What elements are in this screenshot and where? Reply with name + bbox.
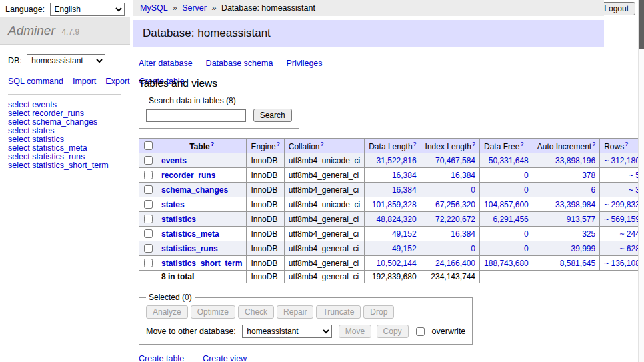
breadcrumb-link-mysql[interactable]: MySQL <box>140 3 167 13</box>
index-length-link[interactable]: 24,166,400 <box>435 259 475 268</box>
move-database-select[interactable]: homeassistant <box>242 325 332 338</box>
data-length-link[interactable]: 16,384 <box>392 185 417 195</box>
data-length-link[interactable]: 31,522,816 <box>377 156 417 165</box>
rows-link[interactable]: ~ 299,833 <box>604 200 640 209</box>
column-help-link[interactable]: ? <box>413 141 417 147</box>
index-length-link[interactable]: 16,384 <box>451 171 475 180</box>
data-length-link[interactable]: 49,152 <box>392 229 417 239</box>
rows-link[interactable]: ~ 312,180 <box>604 156 640 165</box>
adminer-logo[interactable]: Adminer <box>8 23 55 37</box>
copy-button[interactable]: Copy <box>377 325 409 338</box>
overwrite-label[interactable]: overwrite <box>432 327 466 336</box>
breadcrumb-link-server[interactable]: Server <box>182 3 207 13</box>
table-link[interactable]: statistics_meta <box>161 229 219 239</box>
data-length-cell: 101,859,328 <box>365 197 421 212</box>
engine-cell: InnoDB <box>247 256 284 271</box>
auto-increment-link[interactable]: 913,577 <box>567 215 595 224</box>
data-free-link[interactable]: 188,743,680 <box>484 259 529 268</box>
table-link[interactable]: statistics_short_term <box>161 259 242 268</box>
move-button[interactable]: Move <box>339 325 371 338</box>
index-length-link[interactable]: 0 <box>471 244 475 253</box>
table-link[interactable]: states <box>161 200 185 209</box>
data-length-link[interactable]: 101,859,328 <box>372 200 417 209</box>
data-length-link[interactable]: 10,502,144 <box>377 259 417 268</box>
rows-link[interactable]: ~ 244 <box>620 229 640 239</box>
scrollbar-thumb[interactable] <box>639 0 644 49</box>
auto-increment-link[interactable]: 6 <box>591 185 595 195</box>
data-free-link[interactable]: 104,857,600 <box>484 200 529 209</box>
column-help-link[interactable]: ? <box>472 141 475 147</box>
data-free-cell: 0 <box>480 227 533 241</box>
data-length-link[interactable]: 49,152 <box>392 244 417 253</box>
column-help-link[interactable]: ? <box>211 141 215 147</box>
auto-increment-link[interactable]: 8,581,645 <box>560 259 595 268</box>
rows-link[interactable]: ~ 136,108 <box>604 259 640 268</box>
search-input[interactable] <box>146 109 246 122</box>
sidebar-action-link[interactable]: Import <box>73 77 96 86</box>
selected-action-button[interactable]: Repair <box>277 305 313 319</box>
create-link[interactable]: Create table <box>139 354 184 362</box>
create-link[interactable]: Create view <box>203 354 247 362</box>
index-length-link[interactable]: 16,384 <box>451 229 475 239</box>
database-nav-link[interactable]: Privileges <box>286 59 322 68</box>
index-length-cell: 0 <box>421 183 479 197</box>
row-checkbox[interactable] <box>144 259 153 267</box>
rows-link[interactable]: ~ 569,159 <box>604 215 640 224</box>
db-select[interactable]: homeassistant <box>27 54 105 67</box>
language-select[interactable]: English <box>50 3 125 16</box>
index-length-link[interactable]: 72,220,672 <box>435 215 475 224</box>
auto-increment-link[interactable]: 378 <box>582 171 595 180</box>
column-help-link[interactable]: ? <box>592 141 595 147</box>
sidebar-table-link[interactable]: select statistics_short_term <box>8 161 122 170</box>
sidebar-action-link[interactable]: SQL command <box>8 77 63 86</box>
data-length-cell: 16,384 <box>365 168 421 183</box>
auto-increment-link[interactable]: 39,999 <box>571 244 595 253</box>
row-checkbox[interactable] <box>144 215 153 223</box>
selected-action-button[interactable]: Drop <box>363 305 394 319</box>
row-checkbox[interactable] <box>144 185 153 194</box>
table-link[interactable]: statistics <box>161 215 196 224</box>
vertical-scrollbar[interactable] <box>638 0 644 362</box>
select-all-checkbox[interactable] <box>144 141 153 150</box>
table-link[interactable]: schema_changes <box>161 185 228 195</box>
database-nav-link[interactable]: Alter database <box>139 59 193 68</box>
index-length-link[interactable]: 0 <box>471 185 475 195</box>
data-free-link[interactable]: 50,331,648 <box>489 156 529 165</box>
data-free-link[interactable]: 0 <box>524 229 529 239</box>
selected-action-button[interactable]: Check <box>238 305 274 319</box>
row-checkbox[interactable] <box>144 200 153 209</box>
database-nav-link[interactable]: Database schema <box>206 59 273 68</box>
auto-increment-link[interactable]: 325 <box>582 229 595 239</box>
table-link[interactable]: recorder_runs <box>161 171 215 180</box>
data-free-link[interactable]: 0 <box>524 185 529 195</box>
sidebar-action-link[interactable]: Export <box>105 77 129 86</box>
data-free-cell: 0 <box>480 168 533 183</box>
data-length-link[interactable]: 48,824,320 <box>377 215 417 224</box>
column-help-link[interactable]: ? <box>520 141 523 147</box>
column-header: Data Free? <box>480 139 533 153</box>
data-free-link[interactable]: 0 <box>524 171 529 180</box>
overwrite-checkbox[interactable] <box>416 327 425 336</box>
table-link[interactable]: statistics_runs <box>161 244 218 253</box>
index-length-link[interactable]: 67,256,320 <box>435 200 475 209</box>
selected-action-button[interactable]: Optimize <box>191 305 235 319</box>
data-length-link[interactable]: 16,384 <box>392 171 417 180</box>
auto-increment-link[interactable]: 33,398,984 <box>555 200 595 209</box>
column-help-link[interactable]: ? <box>277 141 280 147</box>
auto-increment-link[interactable]: 33,898,196 <box>555 156 595 165</box>
selected-action-button[interactable]: Truncate <box>316 305 361 319</box>
table-link[interactable]: events <box>161 156 187 165</box>
row-checkbox[interactable] <box>144 244 153 253</box>
column-help-link[interactable]: ? <box>320 141 323 147</box>
adminer-logo-strip: Adminer 4.7.9 <box>0 17 130 45</box>
row-checkbox[interactable] <box>144 229 153 238</box>
rows-link[interactable]: ~ 628 <box>620 244 640 253</box>
index-length-link[interactable]: 70,467,584 <box>435 156 475 165</box>
data-free-link[interactable]: 0 <box>524 244 529 253</box>
row-checkbox[interactable] <box>144 171 153 179</box>
column-help-link[interactable]: ? <box>625 141 628 147</box>
row-checkbox[interactable] <box>144 156 153 165</box>
search-button[interactable]: Search <box>253 109 292 122</box>
data-free-link[interactable]: 6,291,456 <box>493 215 528 224</box>
selected-action-button[interactable]: Analyze <box>146 305 188 319</box>
